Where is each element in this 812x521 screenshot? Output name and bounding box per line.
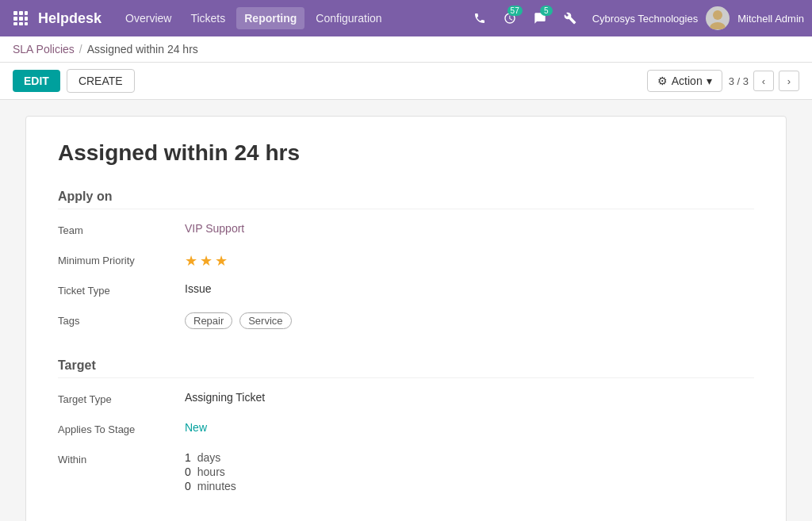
- svg-rect-1: [19, 11, 23, 15]
- gear-icon: [657, 75, 668, 87]
- messages-badge: 5: [540, 6, 553, 16]
- company-name: Cybrosys Technologies: [592, 13, 698, 25]
- top-navbar: Helpdesk Overview Tickets Reporting Conf…: [0, 0, 812, 36]
- phone-icon-button[interactable]: [467, 6, 492, 31]
- tag-repair: Repair: [185, 312, 232, 329]
- target-section-title: Target: [58, 358, 754, 378]
- timer-icon-button[interactable]: 57: [497, 6, 523, 31]
- team-value[interactable]: VIP Support: [185, 222, 244, 235]
- within-field-row: Within 1 days 0 hours 0 minutes: [58, 451, 754, 492]
- pager-next-button[interactable]: ›: [779, 71, 799, 91]
- team-field-row: Team VIP Support: [58, 222, 754, 244]
- timer-badge: 57: [508, 6, 523, 16]
- content-area: Assigned within 24 hrs Apply on Team VIP…: [0, 100, 812, 521]
- record-card: Assigned within 24 hrs Apply on Team VIP…: [25, 116, 787, 521]
- svg-rect-2: [25, 11, 28, 15]
- tags-container: Repair Service: [185, 312, 296, 329]
- within-hours-row: 0 hours: [185, 465, 236, 478]
- toolbar: EDIT CREATE Action ▾ 3 / 3 ‹ ›: [0, 63, 812, 100]
- create-button[interactable]: CREATE: [67, 69, 135, 93]
- menu-configuration[interactable]: Configuration: [308, 7, 389, 29]
- tags-label: Tags: [58, 312, 185, 327]
- breadcrumb-parent-link[interactable]: SLA Policies: [13, 43, 75, 56]
- main-menu: Overview Tickets Reporting Configuration: [117, 7, 467, 29]
- within-hours-num: 0: [185, 465, 191, 478]
- pager-count: 3 / 3: [729, 75, 749, 87]
- action-dropdown-arrow: ▾: [707, 75, 712, 87]
- pager: 3 / 3 ‹ ›: [729, 71, 799, 91]
- breadcrumb-separator: /: [79, 43, 82, 56]
- svg-rect-0: [13, 11, 17, 15]
- within-values: 1 days 0 hours 0 minutes: [185, 451, 236, 492]
- menu-tickets[interactable]: Tickets: [182, 7, 233, 29]
- within-days-num: 1: [185, 451, 191, 464]
- within-label: Within: [58, 451, 185, 465]
- tool-icon-button[interactable]: [557, 6, 583, 31]
- within-days-unit: days: [197, 451, 221, 464]
- priority-stars: ★ ★ ★: [185, 252, 228, 270]
- within-minutes-unit: minutes: [197, 480, 236, 492]
- tag-service: Service: [239, 312, 291, 329]
- breadcrumb: SLA Policies / Assigned within 24 hrs: [0, 36, 812, 63]
- priority-label: Minimum Priority: [58, 252, 185, 266]
- menu-overview[interactable]: Overview: [117, 7, 179, 29]
- ticket-type-label: Ticket Type: [58, 282, 185, 297]
- target-type-field-row: Target Type Assigning Ticket: [58, 391, 754, 413]
- ticket-type-value: Issue: [185, 282, 211, 295]
- svg-rect-3: [13, 17, 17, 21]
- ticket-type-field-row: Ticket Type Issue: [58, 282, 754, 305]
- user-avatar[interactable]: [706, 6, 730, 30]
- svg-rect-6: [13, 22, 17, 25]
- apply-on-section-title: Apply on: [58, 190, 754, 209]
- menu-reporting[interactable]: Reporting: [236, 7, 304, 29]
- applies-stage-value[interactable]: New: [185, 421, 207, 434]
- within-minutes-num: 0: [185, 480, 191, 492]
- apply-on-section: Apply on Team VIP Support Minimum Priori…: [58, 190, 754, 335]
- within-days-row: 1 days: [185, 451, 236, 464]
- svg-rect-7: [19, 22, 23, 25]
- pager-prev-button[interactable]: ‹: [753, 71, 774, 91]
- breadcrumb-current: Assigned within 24 hrs: [87, 43, 198, 56]
- svg-rect-4: [19, 17, 23, 21]
- svg-rect-5: [25, 17, 28, 21]
- applies-stage-label: Applies To Stage: [58, 421, 185, 435]
- priority-field-row: Minimum Priority ★ ★ ★: [58, 252, 754, 274]
- action-button-label: Action: [672, 75, 703, 87]
- action-button[interactable]: Action ▾: [647, 70, 722, 92]
- tags-field-row: Tags Repair Service: [58, 312, 754, 335]
- edit-button[interactable]: EDIT: [13, 70, 60, 92]
- within-minutes-row: 0 minutes: [185, 480, 236, 492]
- star-1[interactable]: ★: [185, 252, 197, 270]
- nav-icons: 57 5 Cybrosys Technologies Mitchell Admi…: [467, 6, 804, 31]
- team-label: Team: [58, 222, 185, 236]
- app-brand: Helpdesk: [38, 10, 102, 27]
- star-2[interactable]: ★: [200, 252, 213, 270]
- svg-point-9: [713, 10, 722, 20]
- username: Mitchell Admin: [737, 13, 804, 25]
- target-type-label: Target Type: [58, 391, 185, 405]
- applies-stage-field-row: Applies To Stage New: [58, 421, 754, 443]
- star-3[interactable]: ★: [215, 252, 228, 270]
- messages-icon-button[interactable]: 5: [527, 6, 553, 31]
- target-type-value: Assigning Ticket: [185, 391, 265, 404]
- svg-point-10: [710, 22, 726, 29]
- apps-menu-button[interactable]: [8, 6, 33, 31]
- target-section: Target Target Type Assigning Ticket Appl…: [58, 358, 754, 492]
- record-title: Assigned within 24 hrs: [58, 140, 754, 166]
- within-hours-unit: hours: [197, 465, 225, 478]
- svg-rect-8: [25, 22, 28, 25]
